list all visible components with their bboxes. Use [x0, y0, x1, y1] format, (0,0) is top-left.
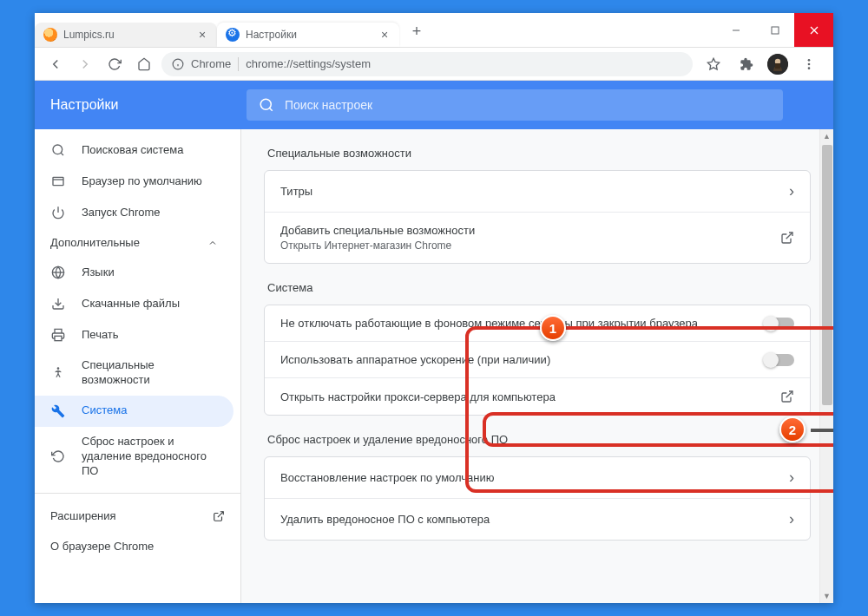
sidebar-item-default-browser[interactable]: Браузер по умолчанию [35, 166, 233, 197]
accessibility-icon [50, 365, 66, 381]
menu-button[interactable] [797, 52, 821, 76]
tab-lumpics[interactable]: Lumpics.ru × [35, 23, 217, 47]
search-icon [259, 97, 274, 113]
toggle-background[interactable] [765, 318, 794, 330]
toggle-hw-accel[interactable] [765, 354, 794, 366]
external-link-icon [780, 231, 794, 245]
close-icon[interactable]: × [378, 29, 391, 41]
toolbar: Chrome chrome://settings/system [35, 48, 833, 81]
settings-body: Поисковая система Браузер по умолчанию З… [35, 129, 833, 603]
sidebar-section-advanced[interactable]: Дополнительные [35, 228, 233, 257]
svg-point-16 [53, 145, 62, 154]
settings-header: Настройки [35, 81, 833, 129]
extensions-button[interactable] [734, 52, 759, 76]
new-tab-button[interactable]: + [404, 19, 429, 43]
chevron-right-icon: › [789, 469, 794, 487]
scroll-up-button[interactable]: ▲ [820, 129, 833, 143]
svg-point-13 [808, 67, 811, 69]
sidebar-item-system[interactable]: Система [35, 396, 233, 427]
chevron-up-icon [207, 238, 218, 248]
globe-icon [50, 265, 66, 280]
svg-line-27 [786, 233, 792, 239]
svg-point-11 [808, 59, 811, 62]
close-icon[interactable]: × [196, 29, 208, 41]
favicon-settings [226, 28, 240, 42]
svg-rect-18 [53, 177, 63, 185]
search-icon [50, 142, 66, 158]
info-icon [172, 58, 184, 70]
row-restore-defaults[interactable]: Восстановление настроек по умолчанию › [265, 457, 810, 499]
bookmark-button[interactable] [701, 52, 726, 76]
svg-rect-24 [55, 336, 62, 340]
sidebar-link-extensions[interactable]: Расширения [35, 501, 240, 531]
address-bar[interactable]: Chrome chrome://settings/system [161, 52, 693, 76]
maximize-button[interactable] [755, 13, 794, 47]
row-hardware-accel[interactable]: Использовать аппаратное ускорение (при н… [265, 342, 810, 378]
settings-main: Специальные возможности Титры › Добавить… [241, 129, 833, 603]
sidebar-item-accessibility[interactable]: Специальные возможности [35, 351, 233, 396]
tab-settings[interactable]: Настройки × [217, 23, 399, 47]
scrollbar[interactable]: ▲ ▼ [819, 129, 833, 603]
external-link-icon [780, 390, 794, 403]
sidebar-item-languages[interactable]: Языки [35, 257, 233, 288]
card-accessibility: Титры › Добавить специальные возможности… [264, 170, 811, 264]
chevron-right-icon: › [789, 182, 794, 200]
svg-rect-10 [775, 63, 780, 69]
svg-line-15 [269, 108, 272, 110]
titlebar: Lumpics.ru × Настройки × + [35, 13, 833, 48]
external-link-icon [213, 510, 225, 522]
svg-point-14 [260, 99, 271, 109]
browser-icon [50, 174, 66, 189]
tab-strip: Lumpics.ru × Настройки × + [35, 13, 716, 47]
power-icon [50, 205, 66, 220]
reload-button[interactable] [102, 52, 127, 76]
page-content: Настройки Поисковая система Браузер по у… [35, 81, 833, 603]
window-controls [716, 13, 833, 47]
section-label-reset: Сброс настроек и удаление вредоносного П… [267, 433, 811, 446]
svg-line-28 [786, 391, 792, 397]
scroll-thumb[interactable] [822, 145, 832, 405]
sidebar-item-print[interactable]: Печать [35, 319, 233, 351]
scroll-down-button[interactable]: ▼ [820, 589, 833, 603]
back-button[interactable] [43, 52, 68, 76]
sidebar: Поисковая система Браузер по умолчанию З… [35, 129, 241, 603]
sidebar-item-startup[interactable]: Запуск Chrome [35, 197, 233, 228]
sidebar-item-downloads[interactable]: Скачанные файлы [35, 288, 233, 319]
url-text: chrome://settings/system [246, 57, 371, 70]
origin-label: Chrome [191, 57, 231, 70]
section-label-system: Система [267, 281, 811, 294]
toolbar-right [698, 52, 825, 76]
row-cleanup[interactable]: Удалить вредоносное ПО с компьютера › [265, 499, 810, 540]
svg-point-25 [57, 367, 60, 370]
tab-title: Настройки [246, 29, 372, 41]
annotation-badge-2: 2 [779, 416, 806, 442]
close-window-button[interactable] [794, 13, 833, 47]
svg-marker-7 [707, 58, 719, 69]
tab-title: Lumpics.ru [63, 29, 190, 41]
wrench-icon [50, 403, 66, 419]
profile-avatar[interactable] [767, 54, 788, 75]
chevron-right-icon: › [789, 510, 794, 528]
svg-line-26 [218, 512, 223, 517]
svg-point-12 [808, 62, 811, 65]
sidebar-link-about[interactable]: О браузере Chrome [35, 531, 240, 561]
search-box[interactable] [247, 89, 783, 121]
sidebar-item-reset[interactable]: Сброс настроек и удаление вредоносного П… [35, 427, 233, 487]
row-captions[interactable]: Титры › [265, 171, 810, 213]
forward-button[interactable] [73, 52, 97, 76]
row-background-apps[interactable]: Не отключать работающие в фоновом режиме… [265, 305, 810, 342]
search-input[interactable] [285, 98, 771, 112]
svg-rect-1 [772, 27, 779, 34]
reset-icon [50, 449, 66, 464]
annotation-arrow [811, 427, 833, 434]
browser-window: Lumpics.ru × Настройки × + Chrome chrome… [35, 13, 833, 603]
favicon-lumpics [43, 28, 57, 42]
row-proxy[interactable]: Открыть настройки прокси-сервера для ком… [265, 378, 810, 415]
card-system: Не отключать работающие в фоновом режиме… [264, 305, 811, 416]
card-reset: Восстановление настроек по умолчанию › У… [264, 456, 811, 541]
home-button[interactable] [132, 52, 156, 76]
svg-line-17 [61, 153, 63, 155]
sidebar-item-search-engine[interactable]: Поисковая система [35, 134, 233, 166]
row-add-a11y[interactable]: Добавить специальные возможности Открыть… [265, 213, 810, 263]
minimize-button[interactable] [716, 13, 755, 47]
